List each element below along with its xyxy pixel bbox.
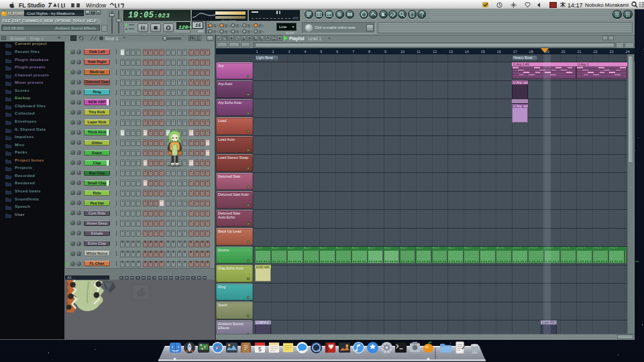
svg-text:5: 5 xyxy=(258,346,262,353)
